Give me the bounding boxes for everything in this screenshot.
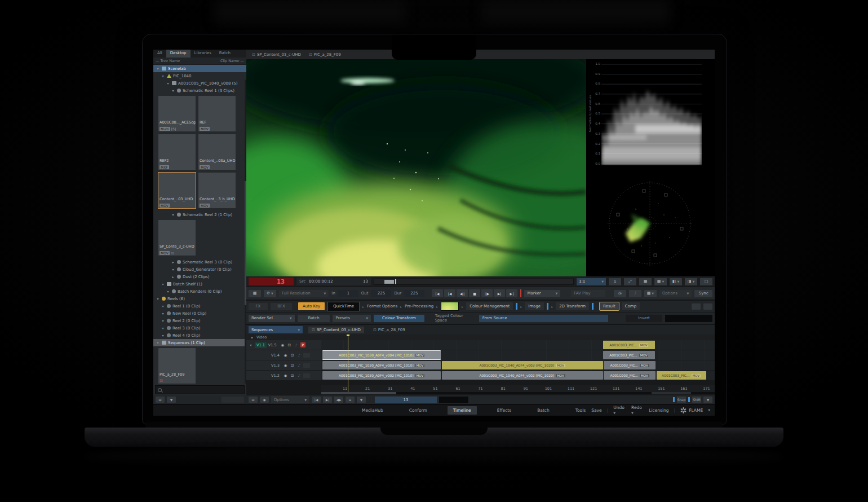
track-header[interactable]: V1.4 ◉ ⊡ ♪ xyxy=(246,350,321,360)
pipeline-extra-button[interactable] xyxy=(703,303,712,310)
lock-icon[interactable]: ⊡ xyxy=(290,353,295,358)
track-content[interactable]: A001C003_PIC_1030_A0F4_v003 [PIC_1010] M… xyxy=(321,360,715,371)
module-tab[interactable]: Effects xyxy=(491,406,517,415)
transport-button[interactable]: ▶] xyxy=(506,289,517,297)
eye-icon[interactable]: ◉ xyxy=(283,363,288,368)
viewer-option-button[interactable]: ⤢ xyxy=(624,278,636,285)
audio-icon[interactable]: ♪ xyxy=(296,363,302,368)
media-panel-tab[interactable]: All xyxy=(153,50,166,58)
transport-button[interactable]: ■ xyxy=(469,289,480,297)
preprocessing-step[interactable]: Pre-Processing xyxy=(405,304,433,309)
module-tab[interactable]: Batch xyxy=(532,406,555,415)
tree-item[interactable]: ▾ Reels (6) xyxy=(153,295,246,302)
viewer-option-button[interactable]: ◧ ▼ xyxy=(670,278,682,285)
timeline-clip[interactable]: A001C003_PIC_1030_A0F4_v002 [PIC_1010] M… xyxy=(322,371,441,380)
sequences-menu[interactable]: Sequences▼ xyxy=(249,326,303,333)
disclosure-icon[interactable]: ▾ xyxy=(166,81,170,85)
tree-item[interactable]: ▾ Cloud_Generator (0 Clip) xyxy=(153,266,246,273)
track-content[interactable]: A001C003_PIC_1030_A0F4_v002 [PIC_1010] M… xyxy=(321,371,715,381)
tree-item[interactable]: ▾ Reel 4 (0 Clip) xyxy=(153,332,246,339)
auto-key-button[interactable]: Auto Key xyxy=(298,302,325,310)
timeline-options-menu[interactable]: Options▼ xyxy=(271,396,309,403)
timeline-clip[interactable]: A001C003_PIC... MOV xyxy=(603,351,655,359)
clip-thumbnail[interactable]: REF2 MXF xyxy=(158,134,196,170)
media-panel-tab[interactable]: Libraries xyxy=(191,50,215,58)
video-viewport[interactable] xyxy=(246,59,586,276)
transform-2d-step[interactable]: 2D Transform xyxy=(556,302,589,310)
render-sel-menu[interactable]: Render Sel▼ xyxy=(249,315,295,322)
disclosure-icon[interactable]: ▾ xyxy=(161,319,165,323)
tree-item[interactable]: ▾ Reel 2 (0 Clip) xyxy=(153,317,246,324)
timeline-clip[interactable]: A001C003_PIC... MOV xyxy=(603,341,655,349)
tree-item[interactable]: ▾ Schematic Reel 1 (3 Clips) xyxy=(153,87,246,94)
disclosure-icon[interactable]: ▾ xyxy=(250,336,254,340)
viewer-clip-tab[interactable]: ⊡ SP_Content_03_c-UHD xyxy=(252,52,301,57)
eye-icon[interactable]: ◉ xyxy=(280,343,285,347)
playhead[interactable] xyxy=(348,334,348,392)
viewer-clip-tab[interactable]: ⊡ PIC_a_28_F09 xyxy=(309,52,341,57)
timeline-clip[interactable]: A001C003_PIC... MOV xyxy=(604,371,656,380)
tree-item[interactable]: ▾ Reel 1 (0 Clip) xyxy=(153,302,246,310)
grid-icon[interactable]: ⊞ xyxy=(249,397,258,403)
tree-item[interactable]: ▾ PIC_1040 xyxy=(153,72,246,80)
fx-button[interactable]: FX xyxy=(249,303,268,310)
in-field[interactable]: 1 xyxy=(338,290,358,297)
image-step[interactable]: Image xyxy=(525,302,544,310)
timeline-clip[interactable]: A001C003_PIC_1040_A0F4_v002 [PIC_1020] M… xyxy=(442,371,603,380)
timeline-clip[interactable]: A001C003_PIC_1030_A0F4_v004 [PIC_1010] M… xyxy=(322,351,441,359)
sequence-tab[interactable]: ⊡ SP_Content_03_c-UHD xyxy=(308,327,364,333)
disclosure-icon[interactable]: ▾ xyxy=(161,282,165,286)
mini-view-button[interactable]: ▦▼ xyxy=(644,290,657,297)
clip-name-header[interactable]: Clip Name — xyxy=(220,59,244,63)
result-button[interactable]: Result xyxy=(600,302,619,310)
timeline-clip[interactable]: A001C003_PIC... MOV xyxy=(657,371,706,380)
grid-view-button[interactable]: ⊞ xyxy=(156,397,165,403)
invert-button[interactable]: Invert xyxy=(626,315,663,322)
save-button[interactable]: Save xyxy=(591,408,601,413)
audio-icon[interactable]: ♪ xyxy=(296,353,302,358)
view-options-caret[interactable]: ▼ xyxy=(167,397,176,403)
lock-icon[interactable]: ⊡ xyxy=(287,343,292,347)
disclosure-icon[interactable]: ▾ xyxy=(161,333,165,337)
tree-item[interactable]: ▾ Reel 3 (0 Clip) xyxy=(153,324,246,332)
batch-button[interactable]: Batch xyxy=(298,315,330,322)
format-options-step[interactable]: Format Options xyxy=(367,304,397,309)
module-tab[interactable]: Timeline xyxy=(448,406,477,415)
track-content[interactable]: A001C003_PIC_1030_A0F4_v004 [PIC_1010] M… xyxy=(321,350,715,360)
presets-menu[interactable]: Presets▼ xyxy=(333,315,371,322)
scrub-bar[interactable] xyxy=(374,279,574,285)
transport-button[interactable]: [◀ xyxy=(432,289,443,297)
disclosure-icon[interactable]: ▸ xyxy=(171,260,175,264)
sync-icon[interactable]: ⟳▼ xyxy=(264,290,276,297)
transport-button[interactable]: ▶| xyxy=(494,289,505,297)
trim-tool-button[interactable]: ▶| xyxy=(323,397,332,403)
tree-item[interactable]: ▾ Batch Renders (0 Clip) xyxy=(153,288,246,295)
timeline-ruler[interactable]: 1121314151617181911011111211311411511611… xyxy=(321,385,715,392)
scrub-playhead[interactable] xyxy=(395,279,396,284)
track-content[interactable]: A001C003_PIC... MOV xyxy=(321,340,715,350)
transport-button[interactable]: ◀|| xyxy=(457,289,468,297)
codec-tab[interactable]: QuickTime xyxy=(327,302,360,311)
eye-icon[interactable]: ◉ xyxy=(283,373,288,378)
viewer-option-button[interactable]: ▦ ▼ xyxy=(654,278,667,285)
clip-thumbnail[interactable]: Content_..3_b_UHD MOV xyxy=(198,173,236,208)
disclosure-icon[interactable]: ▾ xyxy=(156,297,160,301)
tree-item[interactable]: ▾ Schematic Reel 2 (1 Clip) xyxy=(153,211,246,218)
track-header[interactable]: V1.2 ◉ ⊡ ♪ xyxy=(246,371,321,381)
disclosure-icon[interactable]: ▾ xyxy=(161,304,165,308)
sequence-tab[interactable]: ⊡ PIC_a_28_F09 xyxy=(370,327,409,333)
trim-tool-button[interactable]: ◀▶ xyxy=(334,397,343,403)
shift-button[interactable]: Shift xyxy=(692,397,701,403)
panel-option-button[interactable] xyxy=(222,397,244,403)
timeline-clip[interactable]: A001C003_PIC... MOV xyxy=(604,361,656,369)
clock-icon[interactable]: ◷ xyxy=(614,290,626,297)
pipeline-extra-button[interactable] xyxy=(692,303,701,310)
clip-thumbnail[interactable]: REF MOV xyxy=(198,96,236,131)
trim-tool-button[interactable]: |◀ xyxy=(312,397,321,403)
brand-menu-caret[interactable]: ▼ xyxy=(708,408,710,412)
gang-icon[interactable]: ◉ xyxy=(260,397,269,403)
viewer-option-button[interactable]: ▦ xyxy=(639,278,652,285)
disclosure-icon[interactable]: ▾ xyxy=(156,67,160,71)
media-panel-tab[interactable]: Desktop xyxy=(166,50,191,58)
resolution-select[interactable]: Full Resolution▼ xyxy=(279,290,329,297)
